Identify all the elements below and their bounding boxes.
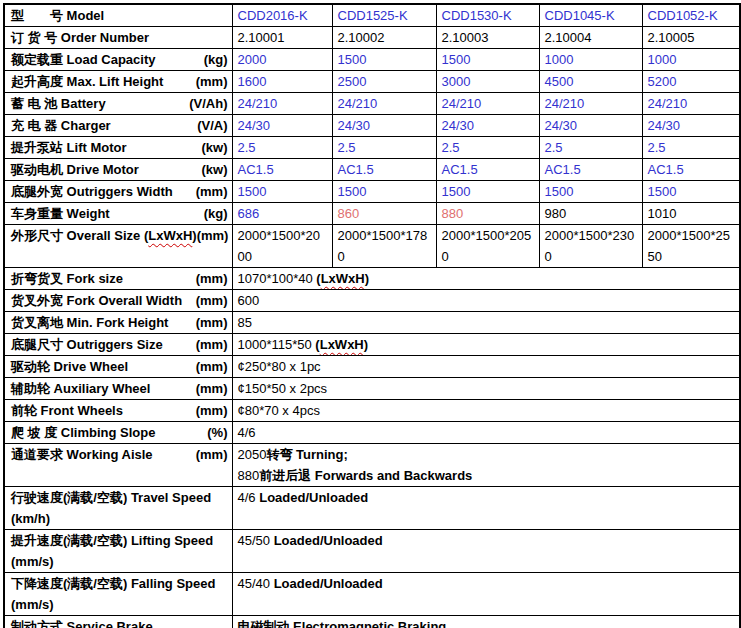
text-segment: 电磁制动 Electromagnetic Braking — [238, 619, 447, 628]
text-segment: 1000*115*50 — [238, 337, 316, 352]
spec-row-auxiliary-wheel: 辅助轮 Auxiliary Wheel(mm)¢150*50 x 2pcs — [4, 378, 740, 400]
row-label-line: 提升泵站 Lift Motor(kw) — [11, 137, 228, 158]
spec-value-charger-col3: 24/30 — [436, 115, 539, 137]
spec-value-line: ¢250*80 x 1pc — [238, 356, 735, 377]
text-segment: 货叉离地 Min. Fork Height — [11, 315, 168, 330]
spec-row-outriggers-size: 底腿尺寸 Outriggers Size(mm)1000*115*50 (LxW… — [4, 334, 740, 356]
row-label-text: 外形尺寸 Overall Size (LxWxH) — [11, 225, 197, 246]
row-label-text: 额定载重 Load Capacity — [11, 49, 155, 70]
row-label-text: 车身重量 Weight — [11, 203, 110, 224]
row-label-weight: 车身重量 Weight(kg) — [4, 203, 232, 225]
spec-value-line: 85 — [238, 312, 735, 333]
spec-value-travel-speed: 4/6 Loaded/Unloaded — [232, 487, 740, 530]
text-segment: 起升高度 Max. Lift Height — [11, 74, 163, 89]
row-unit: (V/A) — [197, 115, 227, 136]
spec-value-lift-motor-col3: 2.5 — [436, 137, 539, 159]
spec-value-order-number-col5: 2.10005 — [642, 27, 740, 49]
row-label-line: (km/h) — [11, 508, 228, 529]
spec-value-fork-overall-width: 600 — [232, 290, 740, 312]
text-segment: 1070*100*40 — [238, 271, 317, 286]
text-segment: 通道要求 Working Aisle — [11, 447, 153, 462]
spec-value-lift-motor-col2: 2.5 — [332, 137, 436, 159]
spec-value-line: 880前进后退 Forwards and Backwards — [238, 465, 735, 486]
spec-value-line: ¢80*70 x 4pcs — [238, 400, 735, 421]
spec-value-drive-motor-col1: AC1.5 — [232, 159, 332, 181]
spec-value-service-brake: 电磁制动 Electromagnetic Braking — [232, 616, 740, 628]
spec-value-load-capacity-col3: 1500 — [436, 49, 539, 71]
text-segment: 4/6 — [238, 490, 260, 505]
row-unit: (mm) — [196, 181, 228, 202]
spec-value-line: 600 — [238, 290, 735, 311]
row-label-order-number: 订 货 号 Order Number — [4, 27, 232, 49]
spec-value-charger-col4: 24/30 — [539, 115, 642, 137]
spec-table-body: 型 号 ModelCDD2016-KCDD1525-KCDD1530-KCDD1… — [4, 4, 740, 628]
spec-value-model-col4: CDD1045-K — [539, 4, 642, 27]
row-label-climbing-slope: 爬 坡 度 Climbing Slope(%) — [4, 422, 232, 444]
text-segment: 订 货 号 Order Number — [11, 30, 149, 45]
row-label-text: 前轮 Front Wheels — [11, 400, 123, 421]
row-label-line: (mm/s) — [11, 551, 228, 572]
spec-row-min-fork-height: 货叉离地 Min. Fork Height(mm)85 — [4, 312, 740, 334]
row-label-text: 货叉外宽 Fork Overall Width — [11, 290, 182, 311]
spec-value-order-number-col2: 2.10002 — [332, 27, 436, 49]
row-label-line: 驱动电机 Drive Motor(kw) — [11, 159, 228, 180]
row-unit: (mm) — [196, 400, 228, 421]
text-segment: 充 电 器 Charger — [11, 118, 111, 133]
text-segment: 前进后退 Forwards and Backwards — [259, 468, 472, 483]
spec-value-overall-size-col5: 2000*1500*2550 — [642, 225, 740, 268]
row-unit: (mm) — [196, 334, 228, 355]
spec-row-drive-motor: 驱动电机 Drive Motor(kw)AC1.5AC1.5AC1.5AC1.5… — [4, 159, 740, 181]
spec-row-working-aisle: 通道要求 Working Aisle(mm)2050转弯 Turning;880… — [4, 444, 740, 487]
spec-value-order-number-col3: 2.10003 — [436, 27, 539, 49]
spec-value-battery-col4: 24/210 — [539, 93, 642, 115]
text-segment: 蓄 电 池 Battery — [11, 96, 106, 111]
spec-row-lift-motor: 提升泵站 Lift Motor(kw)2.52.52.52.52.5 — [4, 137, 740, 159]
row-unit: (mm) — [197, 225, 229, 246]
spec-value-max-lift-height-col2: 2500 — [332, 71, 436, 93]
row-label-line: 底腿尺寸 Outriggers Size(mm) — [11, 334, 228, 355]
text-segment: 提升速度(满载/空载) Lifting Speed — [11, 533, 213, 548]
row-label-battery: 蓄 电 池 Battery(V/Ah) — [4, 93, 232, 115]
text-segment: 底腿尺寸 Outriggers Size — [11, 337, 163, 352]
text-segment: 货叉外宽 Fork Overall Width — [11, 293, 182, 308]
row-label-model: 型 号 Model — [4, 4, 232, 27]
text-segment: (mm/s) — [11, 554, 54, 569]
document-page: 型 号 ModelCDD2016-KCDD1525-KCDD1530-KCDD1… — [0, 0, 741, 628]
text-segment: ¢80*70 x 4pcs — [238, 403, 320, 418]
spec-value-outriggers-width-col3: 1500 — [436, 181, 539, 203]
spec-value-line: 2050转弯 Turning; — [238, 444, 735, 465]
text-segment: (km/h) — [11, 511, 50, 526]
text-segment: 前轮 Front Wheels — [11, 403, 123, 418]
spec-value-load-capacity-col5: 1000 — [642, 49, 740, 71]
spec-value-model-col1: CDD2016-K — [232, 4, 332, 27]
text-segment: LxWxH — [320, 337, 364, 352]
spec-value-outriggers-size: 1000*115*50 (LxWxH) — [232, 334, 740, 356]
row-label-text: 充 电 器 Charger — [11, 115, 111, 136]
spec-row-service-brake: 制动方式 Service Brake电磁制动 Electromagnetic B… — [4, 616, 740, 628]
text-segment: (mm/s) — [11, 597, 54, 612]
row-label-lift-motor: 提升泵站 Lift Motor(kw) — [4, 137, 232, 159]
row-label-line: 提升速度(满载/空载) Lifting Speed — [11, 530, 228, 551]
text-segment: 车身重量 Weight — [11, 206, 110, 221]
row-label-line: (mm/s) — [11, 594, 228, 615]
spec-value-working-aisle: 2050转弯 Turning;880前进后退 Forwards and Back… — [232, 444, 740, 487]
row-label-line: 货叉外宽 Fork Overall Width(mm) — [11, 290, 228, 311]
spec-value-climbing-slope: 4/6 — [232, 422, 740, 444]
spec-value-weight-col1: 686 — [232, 203, 332, 225]
spec-value-model-col2: CDD1525-K — [332, 4, 436, 27]
row-label-outriggers-width: 底腿外宽 Outriggers Width(mm) — [4, 181, 232, 203]
text-segment: 45/50 — [238, 533, 274, 548]
row-label-text: 提升泵站 Lift Motor — [11, 137, 127, 158]
row-label-line: 下降速度(满载/空载) Falling Speed — [11, 573, 228, 594]
spec-row-load-capacity: 额定载重 Load Capacity(kg)200015001500100010… — [4, 49, 740, 71]
spec-row-drive-wheel: 驱动轮 Drive Wheel(mm)¢250*80 x 1pc — [4, 356, 740, 378]
text-segment: 2050 — [238, 447, 267, 462]
row-label-text: 货叉离地 Min. Fork Height — [11, 312, 168, 333]
row-unit: (mm) — [196, 268, 228, 289]
row-unit: (%) — [207, 422, 227, 443]
row-label-falling-speed: 下降速度(满载/空载) Falling Speed(mm/s) — [4, 573, 232, 616]
row-label-outriggers-size: 底腿尺寸 Outriggers Size(mm) — [4, 334, 232, 356]
row-label-text: 爬 坡 度 Climbing Slope — [11, 422, 155, 443]
row-label-line: 额定载重 Load Capacity(kg) — [11, 49, 228, 70]
spec-row-model: 型 号 ModelCDD2016-KCDD1525-KCDD1530-KCDD1… — [4, 4, 740, 27]
